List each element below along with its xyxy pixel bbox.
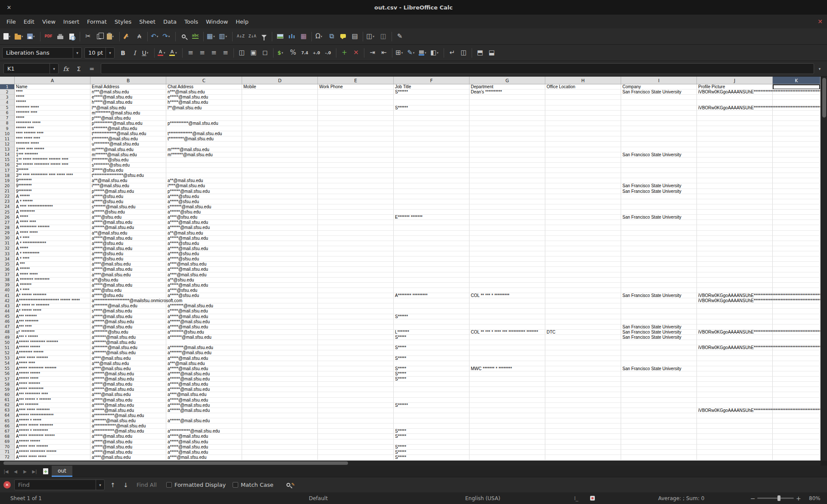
cell-K21[interactable] — [773, 189, 821, 194]
sort-ascending-button[interactable]: A↓Z — [235, 31, 246, 43]
cell-G2[interactable]: Dean's ********** — [469, 90, 545, 95]
cell-K19[interactable] — [773, 178, 821, 183]
cell-I6[interactable] — [621, 111, 697, 116]
cell-C23[interactable]: a*****@sfsu.edu — [166, 199, 242, 204]
align-bottom-button[interactable]: ⬓ — [486, 47, 497, 59]
cell-J44[interactable] — [697, 309, 773, 314]
sort-descending-button[interactable]: Z↓A — [246, 31, 258, 43]
add-decimal-button[interactable]: +.0 — [311, 47, 322, 59]
cell-B6[interactable]: m*********@mail.sfsu.edu — [90, 111, 166, 116]
cell-F44[interactable] — [394, 309, 469, 314]
cell-E54[interactable] — [318, 361, 394, 366]
cell-D3[interactable] — [242, 95, 318, 100]
row-header-66[interactable]: 66 — [0, 424, 15, 429]
cell-K60[interactable] — [773, 392, 821, 397]
cell-H51[interactable] — [545, 345, 621, 350]
chevron-down-icon[interactable]: ▾ — [112, 35, 116, 38]
cell-C71[interactable]: a*****@mail.sfsu.edu — [166, 450, 242, 455]
cell-K3[interactable] — [773, 95, 821, 100]
cell-A25[interactable]: A ********* — [15, 210, 90, 215]
cell-G5[interactable] — [469, 105, 545, 111]
cell-G20[interactable] — [469, 183, 545, 189]
cell-I43[interactable] — [621, 303, 697, 309]
cell-G46[interactable] — [469, 319, 545, 325]
cell-E38[interactable] — [318, 278, 394, 283]
cell-K17[interactable] — [773, 168, 821, 173]
find-replace-button[interactable] — [178, 31, 190, 43]
cell-J27[interactable] — [697, 220, 773, 225]
cell-C47[interactable]: a*****@mail.sfsu.edu — [166, 325, 242, 330]
cell-I39[interactable] — [621, 283, 697, 288]
decrease-indent-button[interactable]: ⇤ — [378, 47, 390, 59]
cell-J52[interactable] — [697, 350, 773, 356]
cell-J70[interactable] — [697, 445, 773, 450]
cell-G62[interactable] — [469, 403, 545, 408]
borders-button[interactable]: ⊞▾ — [395, 47, 406, 59]
cell-B4[interactable]: h*****@mail.sfsu.edu — [90, 100, 166, 105]
cell-J22[interactable] — [697, 194, 773, 199]
cell-H10[interactable] — [545, 131, 621, 136]
cell-D19[interactable] — [242, 178, 318, 183]
cell-D35[interactable] — [242, 262, 318, 267]
cell-G70[interactable] — [469, 445, 545, 450]
cell-E4[interactable] — [318, 100, 394, 105]
align-left-button[interactable]: ≡ — [185, 47, 196, 59]
cell-E59[interactable] — [318, 387, 394, 392]
cell-B70[interactable]: a*****@mail.sfsu.edu — [90, 445, 166, 450]
row-button[interactable]: ▦▾ — [206, 31, 218, 43]
cell-K1[interactable] — [773, 84, 821, 90]
cell-G32[interactable] — [469, 246, 545, 251]
cell-J17[interactable] — [697, 168, 773, 173]
find-input[interactable]: Find ▾ — [14, 479, 105, 490]
cell-C12[interactable] — [166, 142, 242, 147]
cell-H70[interactable] — [545, 445, 621, 450]
cell-J15[interactable] — [697, 158, 773, 163]
justified-button[interactable]: ≡ — [220, 47, 231, 59]
row-header-28[interactable]: 28 — [0, 225, 15, 230]
cell-A24[interactable]: A **** *************** — [15, 204, 90, 210]
row-header-46[interactable]: 46 — [0, 319, 15, 325]
cell-H31[interactable] — [545, 241, 621, 246]
cell-F30[interactable] — [394, 236, 469, 241]
cell-A16[interactable]: 2** ****** ********* ****** **** — [15, 163, 90, 168]
cell-F68[interactable]: S***** — [394, 434, 469, 439]
cell-I26[interactable]: San Francisco State University — [621, 215, 697, 220]
cell-C27[interactable]: a*****@mail.sfsu.edu — [166, 220, 242, 225]
row-header-53[interactable]: 53 — [0, 356, 15, 361]
menu-format[interactable]: Format — [83, 15, 111, 28]
cell-J53[interactable] — [697, 356, 773, 361]
cell-A49[interactable]: A*** * ****** — [15, 335, 90, 340]
cell-G43[interactable] — [469, 303, 545, 309]
cell-D65[interactable] — [242, 418, 318, 424]
cell-K43[interactable] — [773, 303, 821, 309]
cell-K29[interactable] — [773, 231, 821, 236]
cell-J65[interactable] — [697, 418, 773, 424]
cell-K18[interactable] — [773, 173, 821, 178]
chevron-down-icon[interactable]: ▾ — [437, 51, 441, 55]
row-header-37[interactable]: 37 — [0, 272, 15, 278]
cell-D39[interactable] — [242, 283, 318, 288]
cell-F2[interactable]: S****** — [394, 90, 469, 95]
cell-E36[interactable] — [318, 267, 394, 272]
cell-K28[interactable] — [773, 225, 821, 230]
cell-B47[interactable]: a*****@mail.sfsu.edu — [90, 325, 166, 330]
cell-F52[interactable] — [394, 350, 469, 356]
cell-J11[interactable] — [697, 136, 773, 142]
cell-C37[interactable]: a****@mail.sfsu.edu — [166, 272, 242, 278]
cell-K8[interactable] — [773, 121, 821, 126]
cell-H24[interactable] — [545, 204, 621, 210]
cell-A15[interactable]: 1** ***** ********* ******* **** — [15, 158, 90, 163]
cell-H15[interactable] — [545, 158, 621, 163]
row-header-72[interactable]: 72 — [0, 455, 15, 460]
cell-J49[interactable] — [697, 335, 773, 340]
cell-K50[interactable] — [773, 340, 821, 345]
insert-comment-button[interactable] — [337, 31, 349, 43]
cell-E69[interactable] — [318, 439, 394, 445]
cell-C36[interactable]: a*****@mail.sfsu.edu — [166, 267, 242, 272]
cell-G66[interactable] — [469, 424, 545, 429]
cell-D30[interactable] — [242, 236, 318, 241]
menu-styles[interactable]: Styles — [111, 15, 135, 28]
cell-G55[interactable]: MWC ******* * ******** — [469, 366, 545, 371]
cell-B16[interactable]: s*********@sfsu.edu — [90, 163, 166, 168]
cell-I45[interactable] — [621, 314, 697, 319]
